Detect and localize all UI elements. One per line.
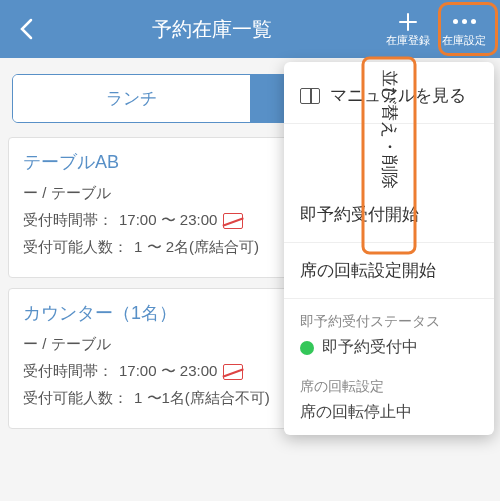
no-smoking-icon: [223, 213, 243, 229]
time-value: 17:00 〜 23:00: [119, 211, 217, 230]
plus-icon: [397, 11, 419, 33]
app-header: 予約在庫一覧 在庫登録 在庫設定: [0, 0, 500, 58]
time-label: 受付時間帯：: [23, 211, 113, 230]
cap-label: 受付可能人数：: [23, 238, 128, 257]
time-value: 17:00 〜 23:00: [119, 362, 217, 381]
settings-button[interactable]: 在庫設定: [436, 5, 492, 53]
no-smoking-icon: [223, 364, 243, 380]
status-instant-value: 即予約受付中: [322, 337, 418, 358]
chevron-left-icon: [19, 18, 33, 40]
back-button[interactable]: [8, 18, 44, 40]
settings-dropdown: マニュアルを見る 並び替え・削除 即予約受付開始 席の回転設定開始 即予約受付ス…: [284, 62, 494, 435]
settings-label: 在庫設定: [442, 33, 486, 48]
card-type: ー / テーブル: [23, 335, 111, 354]
menu-sort-label: 並び替え・削除: [378, 70, 401, 189]
status-instant-label: 即予約受付ステータス: [300, 313, 478, 331]
add-label: 在庫登録: [386, 33, 430, 48]
status-rotation-label: 席の回転設定: [300, 378, 478, 396]
card-type: ー / テーブル: [23, 184, 111, 203]
status-dot-icon: [300, 341, 314, 355]
menu-rotation-label: 席の回転設定開始: [300, 259, 436, 282]
time-label: 受付時間帯：: [23, 362, 113, 381]
cap-value: 1 〜 2名(席結合可): [134, 238, 259, 257]
tab-lunch[interactable]: ランチ: [13, 75, 251, 122]
status-instant: 即予約受付ステータス 即予約受付中: [284, 299, 494, 364]
book-icon: [300, 88, 320, 104]
menu-sort-delete[interactable]: 並び替え・削除: [362, 57, 417, 255]
add-inventory-button[interactable]: 在庫登録: [380, 5, 436, 53]
status-rotation-value: 席の回転停止中: [300, 402, 412, 423]
cap-label: 受付可能人数：: [23, 389, 128, 408]
cap-value: 1 〜1名(席結合不可): [134, 389, 270, 408]
more-icon: [451, 11, 478, 33]
page-title: 予約在庫一覧: [44, 16, 380, 43]
status-rotation: 席の回転設定 席の回転停止中: [284, 364, 494, 429]
